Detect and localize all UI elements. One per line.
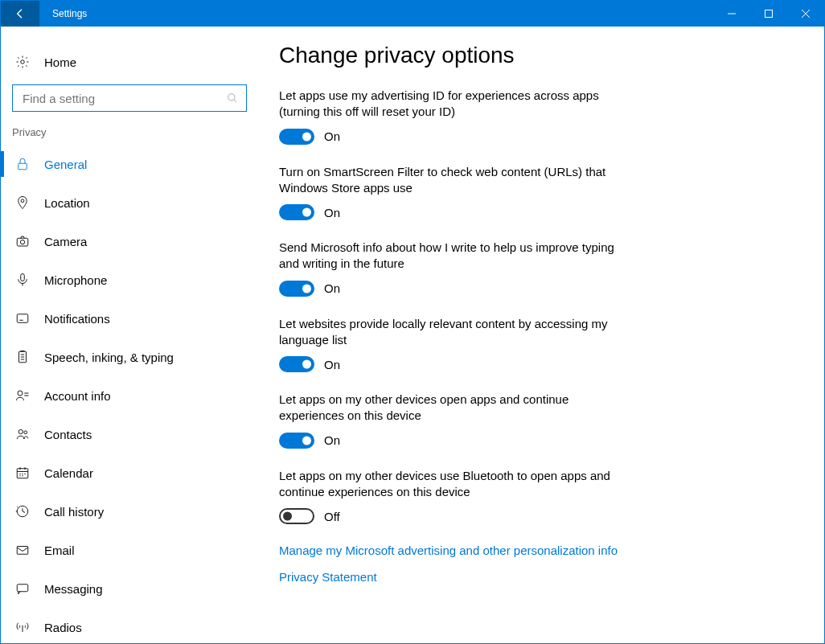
sidebar-item-label: Call history [44,505,104,519]
toggle-state-label: On [324,206,340,219]
contacts-icon [15,427,30,441]
sidebar-item-label: Notifications [44,312,110,326]
setting-desc: Let websites provide locally relevant co… [279,316,633,349]
setting-advertising-id: Let apps use my advertising ID for exper… [279,88,633,145]
notifications-icon [15,311,30,326]
toggle-bluetooth-devices[interactable] [279,508,314,524]
link-manage-advertising[interactable]: Manage my Microsoft advertising and othe… [279,544,800,557]
svg-point-1 [21,60,25,64]
setting-desc: Let apps on my other devices use Bluetoo… [279,468,633,501]
link-privacy-statement[interactable]: Privacy Statement [279,570,800,584]
toggle-advertising-id[interactable] [279,129,314,145]
sidebar-item-label: Calendar [44,466,93,480]
sidebar-item-label: Account info [44,389,111,403]
lock-icon [15,157,30,171]
toggle-other-devices[interactable] [279,433,314,449]
svg-rect-3 [18,163,27,170]
maximize-button[interactable] [750,1,787,27]
sidebar-item-speech[interactable]: Speech, inking, & typing [1,338,258,376]
svg-point-6 [20,240,24,244]
page-title: Change privacy options [279,43,800,68]
svg-rect-7 [21,274,25,281]
search-icon [227,92,238,104]
toggle-typing-info[interactable] [279,281,314,297]
clipboard-icon [15,350,30,364]
window-title: Settings [52,8,87,19]
sidebar-item-label: Contacts [44,428,92,441]
sidebar-item-general[interactable]: General [1,145,258,183]
sidebar-home[interactable]: Home [1,44,258,80]
sidebar-item-callhistory[interactable]: Call history [1,492,258,531]
toggle-language-list[interactable] [279,356,314,372]
sidebar-item-location[interactable]: Location [1,183,258,222]
sidebar-item-account[interactable]: Account info [1,376,258,415]
gear-icon [15,55,30,69]
titlebar: Settings [1,1,824,27]
svg-point-2 [228,94,235,100]
account-icon [15,388,30,403]
svg-point-10 [18,391,23,396]
setting-typing-info: Send Microsoft info about how I write to… [279,240,633,297]
sidebar-item-label: Camera [44,235,87,248]
sidebar-item-label: General [44,158,87,171]
setting-smartscreen: Turn on SmartScreen Filter to check web … [279,164,633,221]
toggle-state-label: On [324,129,340,143]
setting-desc: Let apps use my advertising ID for exper… [279,88,633,121]
svg-rect-16 [17,585,28,592]
email-icon [15,543,30,557]
toggle-state-label: On [324,281,340,295]
location-icon [15,195,30,210]
setting-bluetooth-devices: Let apps on my other devices use Bluetoo… [279,468,633,525]
setting-desc: Let apps on my other devices open apps a… [279,392,633,425]
main-content: Change privacy options Let apps use my a… [258,27,824,643]
setting-desc: Send Microsoft info about how I write to… [279,240,633,273]
sidebar-item-label: Speech, inking, & typing [44,351,174,364]
camera-icon [15,234,30,248]
sidebar-item-messaging[interactable]: Messaging [1,569,258,608]
svg-rect-5 [17,238,28,246]
sidebar-item-email[interactable]: Email [1,531,258,569]
history-icon [15,504,30,519]
back-button[interactable] [1,1,39,27]
calendar-icon [15,466,30,480]
search-box[interactable] [12,84,247,112]
microphone-icon [15,273,30,287]
messaging-icon [15,581,30,596]
toggle-state-label: On [324,358,340,371]
close-button[interactable] [787,1,824,27]
sidebar-section-label: Privacy [1,126,258,138]
sidebar: Home Privacy General Location Camera [1,27,258,643]
setting-other-devices: Let apps on my other devices open apps a… [279,392,633,449]
sidebar-item-microphone[interactable]: Microphone [1,260,258,299]
sidebar-home-label: Home [44,55,76,69]
sidebar-item-notifications[interactable]: Notifications [1,299,258,338]
sidebar-item-contacts[interactable]: Contacts [1,415,258,453]
svg-point-11 [18,429,23,433]
setting-language-list: Let websites provide locally relevant co… [279,316,633,373]
setting-desc: Turn on SmartScreen Filter to check web … [279,164,633,197]
svg-point-4 [21,199,24,203]
svg-rect-8 [17,314,28,323]
svg-point-12 [24,431,27,434]
sidebar-item-label: Email [44,544,75,557]
toggle-state-label: Off [324,510,340,523]
sidebar-item-label: Location [44,196,90,210]
svg-rect-0 [765,10,773,18]
search-input[interactable] [21,91,227,106]
sidebar-item-radios[interactable]: Radios [1,608,258,643]
sidebar-item-camera[interactable]: Camera [1,222,258,260]
sidebar-item-label: Radios [44,621,82,634]
sidebar-item-label: Microphone [44,273,107,287]
sidebar-item-calendar[interactable]: Calendar [1,453,258,492]
svg-rect-15 [17,547,28,555]
toggle-state-label: On [324,433,340,447]
svg-rect-13 [17,469,28,478]
sidebar-item-label: Messaging [44,582,103,596]
radios-icon [15,620,30,634]
toggle-smartscreen[interactable] [279,204,314,220]
minimize-button[interactable] [713,1,750,27]
